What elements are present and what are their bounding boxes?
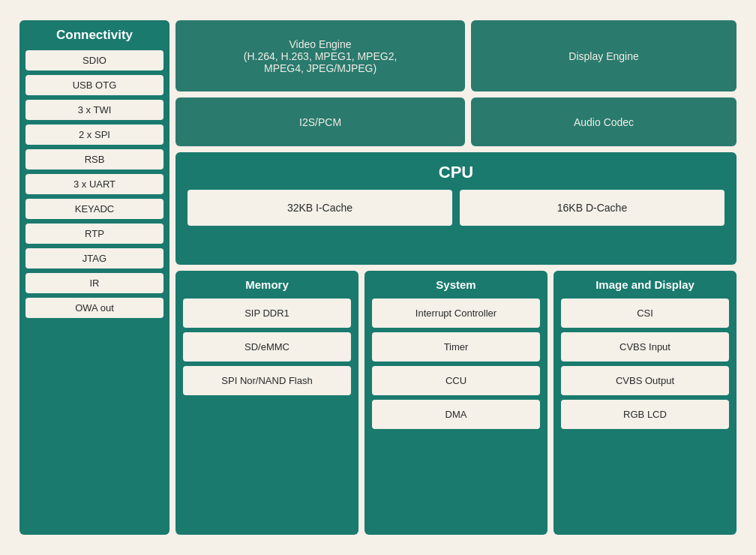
connectivity-item: SDIO bbox=[26, 50, 164, 70]
image-display-item: CVBS Output bbox=[561, 366, 729, 395]
image-display-item: RGB LCD bbox=[561, 400, 729, 429]
memory-section: Memory SIP DDR1SD/eMMCSPI Nor/NAND Flash bbox=[176, 271, 358, 535]
audio-codec-box: Audio Codec bbox=[471, 98, 736, 146]
connectivity-item: RSB bbox=[26, 149, 164, 170]
connectivity-item: KEYADC bbox=[26, 199, 164, 219]
main-area: Video Engine(H.264, H.263, MPEG1, MPEG2,… bbox=[176, 20, 736, 535]
system-section: System Interrupt ControllerTimerCCUDMA bbox=[364, 271, 548, 535]
audio-codec-label: Audio Codec bbox=[574, 116, 634, 128]
display-engine-label: Display Engine bbox=[568, 50, 638, 62]
display-engine-box: Display Engine bbox=[471, 20, 736, 92]
video-engine-label: Video Engine(H.264, H.263, MPEG1, MPEG2,… bbox=[244, 38, 398, 74]
connectivity-item: 3 x UART bbox=[26, 174, 164, 194]
system-item: CCU bbox=[372, 366, 540, 395]
video-engine-box: Video Engine(H.264, H.263, MPEG1, MPEG2,… bbox=[176, 20, 465, 92]
image-display-section: Image and Display CSICVBS InputCVBS Outp… bbox=[554, 271, 736, 535]
connectivity-item: 3 x TWI bbox=[26, 100, 164, 120]
connectivity-item: USB OTG bbox=[26, 75, 164, 95]
connectivity-item: 2 x SPI bbox=[26, 124, 164, 145]
system-title: System bbox=[436, 278, 476, 291]
memory-title: Memory bbox=[245, 278, 289, 291]
i2s-box: I2S/PCM bbox=[176, 98, 465, 146]
memory-item: SIP DDR1 bbox=[183, 298, 351, 328]
diagram: Connectivity SDIOUSB OTG3 x TWI2 x SPIRS… bbox=[10, 11, 746, 544]
image-display-title: Image and Display bbox=[596, 278, 694, 291]
connectivity-item: JTAG bbox=[26, 248, 164, 268]
image-display-item: CSI bbox=[561, 298, 729, 328]
system-item: Interrupt Controller bbox=[372, 298, 540, 328]
connectivity-item: OWA out bbox=[26, 298, 164, 318]
dcache-box: 16KB D-Cache bbox=[460, 190, 724, 226]
memory-item: SD/eMMC bbox=[183, 332, 351, 362]
icache-box: 32KB I-Cache bbox=[188, 190, 452, 226]
i2s-label: I2S/PCM bbox=[299, 116, 341, 128]
connectivity-title: Connectivity bbox=[56, 28, 133, 43]
audio-section: I2S/PCM Audio Codec bbox=[176, 98, 736, 146]
top-section: Video Engine(H.264, H.263, MPEG1, MPEG2,… bbox=[176, 20, 736, 92]
connectivity-section: Connectivity SDIOUSB OTG3 x TWI2 x SPIRS… bbox=[20, 20, 170, 535]
image-display-item: CVBS Input bbox=[561, 332, 729, 362]
bottom-section: Memory SIP DDR1SD/eMMCSPI Nor/NAND Flash… bbox=[176, 271, 736, 535]
cpu-section: CPU 32KB I-Cache 16KB D-Cache bbox=[176, 152, 736, 265]
cpu-title: CPU bbox=[439, 163, 473, 182]
connectivity-item: IR bbox=[26, 273, 164, 293]
connectivity-item: RTP bbox=[26, 224, 164, 244]
memory-item: SPI Nor/NAND Flash bbox=[183, 366, 351, 395]
system-item: Timer bbox=[372, 332, 540, 362]
cpu-cache-row: 32KB I-Cache 16KB D-Cache bbox=[188, 190, 724, 226]
system-item: DMA bbox=[372, 400, 540, 429]
